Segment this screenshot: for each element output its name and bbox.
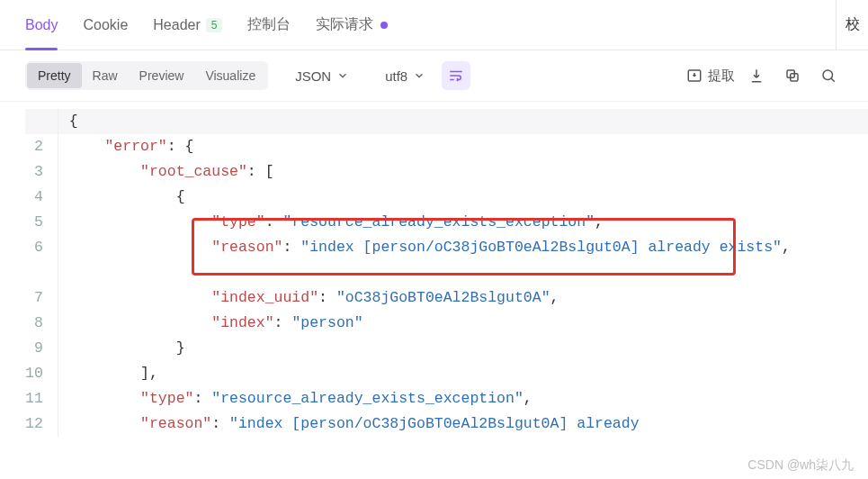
tab-actual-request-label: 实际请求 — [316, 15, 373, 34]
extract-label: 提取 — [708, 68, 735, 85]
watermark: CSDN @wh柒八九 — [747, 457, 854, 474]
wrap-lines-button[interactable] — [442, 61, 470, 90]
code-content[interactable]: { "error": { "root_cause": [ { "type": "… — [58, 109, 868, 437]
wrap-icon — [448, 68, 464, 84]
extract-icon — [686, 68, 702, 84]
tab-actual-request-indicator — [380, 22, 388, 29]
search-button[interactable] — [814, 61, 843, 90]
tab-cookie[interactable]: Cookie — [83, 0, 128, 50]
encoding-dropdown-label: utf8 — [385, 68, 407, 84]
extract-button[interactable]: 提取 — [686, 68, 735, 85]
body-toolbar: Pretty Raw Preview Visualize JSON utf8 提… — [0, 50, 868, 102]
header-count-badge: 5 — [206, 18, 223, 32]
tab-actual-request[interactable]: 实际请求 — [316, 0, 388, 50]
download-button[interactable] — [742, 61, 771, 90]
response-tabs: Body Cookie Header 5 控制台 实际请求 — [0, 0, 868, 50]
copy-button[interactable] — [778, 61, 807, 90]
view-raw[interactable]: Raw — [82, 63, 129, 88]
right-panel-peek[interactable]: 校 — [836, 0, 868, 50]
copy-icon — [784, 68, 801, 84]
svg-point-3 — [823, 70, 833, 80]
response-body-code[interactable]: 1 2 3 4 5 6 7 8 9 10 11 12 { "error": { … — [0, 102, 868, 437]
tab-header-label: Header — [153, 17, 200, 33]
format-dropdown-label: JSON — [295, 68, 331, 84]
view-preview[interactable]: Preview — [129, 63, 195, 88]
chevron-down-icon — [413, 69, 425, 82]
format-dropdown[interactable]: JSON — [286, 63, 358, 89]
line-number-gutter: 1 2 3 4 5 6 7 8 9 10 11 12 — [25, 109, 58, 437]
encoding-dropdown[interactable]: utf8 — [376, 63, 434, 89]
view-mode-group: Pretty Raw Preview Visualize — [25, 61, 268, 90]
search-icon — [820, 68, 837, 84]
chevron-down-icon — [336, 69, 349, 82]
tab-header[interactable]: Header 5 — [153, 0, 222, 50]
tab-body[interactable]: Body — [25, 0, 58, 50]
view-visualize[interactable]: Visualize — [194, 63, 266, 88]
tab-console[interactable]: 控制台 — [247, 0, 291, 50]
download-icon — [748, 68, 765, 84]
view-pretty[interactable]: Pretty — [27, 63, 82, 88]
